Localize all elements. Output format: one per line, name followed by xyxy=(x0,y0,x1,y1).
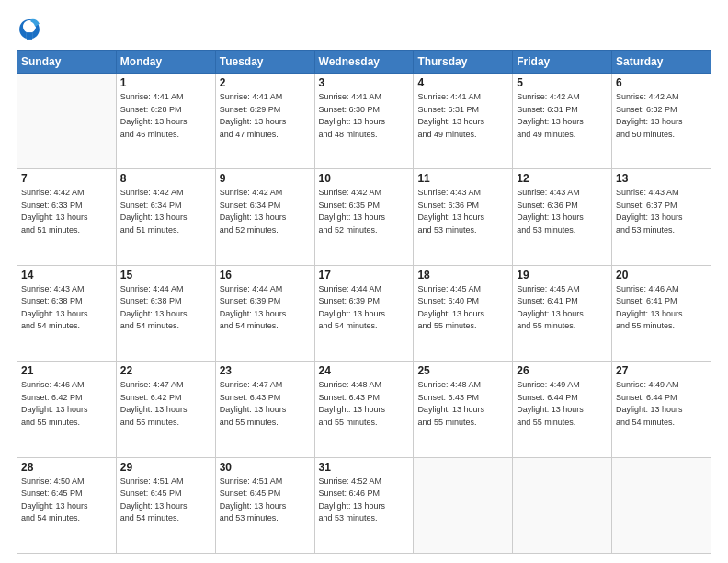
day-number: 20 xyxy=(616,269,707,282)
calendar-cell: 2Sunrise: 4:41 AMSunset: 6:29 PMDaylight… xyxy=(215,74,314,169)
day-number: 18 xyxy=(417,269,508,282)
sunrise-label: Sunrise: 4:41 AM xyxy=(319,92,382,101)
daylight-minutes: and 55 minutes. xyxy=(517,321,575,330)
daylight-label: Daylight: 13 hours xyxy=(616,117,683,126)
daylight-label: Daylight: 13 hours xyxy=(616,309,683,318)
logo xyxy=(17,17,46,42)
sunrise-label: Sunrise: 4:45 AM xyxy=(517,284,580,293)
daylight-minutes: and 51 minutes. xyxy=(120,225,179,235)
day-header-thursday: Thursday xyxy=(414,51,513,74)
calendar-week-3: 14Sunrise: 4:43 AMSunset: 6:38 PMDayligh… xyxy=(17,265,711,361)
day-number: 19 xyxy=(517,269,608,282)
sunrise-label: Sunrise: 4:42 AM xyxy=(517,92,580,101)
daylight-minutes: and 53 minutes. xyxy=(319,513,378,523)
sunset-label: Sunset: 6:30 PM xyxy=(319,105,381,114)
daylight-minutes: and 54 minutes. xyxy=(21,321,80,330)
daylight-label: Daylight: 13 hours xyxy=(21,405,88,414)
calendar-cell: 13Sunrise: 4:43 AMSunset: 6:37 PMDayligh… xyxy=(612,169,711,265)
calendar-cell: 29Sunrise: 4:51 AMSunset: 6:45 PMDayligh… xyxy=(116,457,215,553)
day-header-sunday: Sunday xyxy=(17,51,117,74)
daylight-minutes: and 55 minutes. xyxy=(517,418,575,427)
sunset-label: Sunset: 6:46 PM xyxy=(319,488,381,498)
sunset-label: Sunset: 6:34 PM xyxy=(220,201,281,210)
sunset-label: Sunset: 6:37 PM xyxy=(616,201,677,210)
calendar-cell: 15Sunrise: 4:44 AMSunset: 6:38 PMDayligh… xyxy=(116,265,215,361)
day-number: 9 xyxy=(220,172,311,185)
calendar-cell: 20Sunrise: 4:46 AMSunset: 6:41 PMDayligh… xyxy=(612,265,711,361)
calendar-cell: 3Sunrise: 4:41 AMSunset: 6:30 PMDaylight… xyxy=(314,74,414,169)
day-info: Sunrise: 4:43 AMSunset: 6:36 PMDaylight:… xyxy=(417,187,508,236)
sunset-label: Sunset: 6:44 PM xyxy=(616,393,677,402)
calendar-cell: 22Sunrise: 4:47 AMSunset: 6:42 PMDayligh… xyxy=(116,362,215,457)
sunrise-label: Sunrise: 4:44 AM xyxy=(220,284,283,293)
daylight-label: Daylight: 13 hours xyxy=(220,501,287,511)
calendar-cell: 19Sunrise: 4:45 AMSunset: 6:41 PMDayligh… xyxy=(513,265,612,361)
sunset-label: Sunset: 6:42 PM xyxy=(21,393,83,402)
day-info: Sunrise: 4:43 AMSunset: 6:37 PMDaylight:… xyxy=(616,187,707,236)
daylight-minutes: and 52 minutes. xyxy=(220,225,279,235)
day-info: Sunrise: 4:42 AMSunset: 6:35 PMDaylight:… xyxy=(319,187,410,236)
sunset-label: Sunset: 6:39 PM xyxy=(319,296,381,305)
sunrise-label: Sunrise: 4:51 AM xyxy=(220,477,283,486)
sunset-label: Sunset: 6:32 PM xyxy=(616,105,677,114)
sunset-label: Sunset: 6:45 PM xyxy=(21,488,83,498)
sunrise-label: Sunrise: 4:42 AM xyxy=(616,92,679,101)
sunset-label: Sunset: 6:31 PM xyxy=(517,105,578,114)
sunset-label: Sunset: 6:35 PM xyxy=(319,201,381,210)
sunset-label: Sunset: 6:45 PM xyxy=(220,488,281,498)
daylight-minutes: and 49 minutes. xyxy=(517,130,575,139)
daylight-minutes: and 55 minutes. xyxy=(21,418,80,427)
day-number: 1 xyxy=(120,76,211,89)
day-number: 13 xyxy=(616,172,707,185)
sunset-label: Sunset: 6:45 PM xyxy=(120,488,182,498)
day-number: 26 xyxy=(517,364,608,377)
calendar-cell: 4Sunrise: 4:41 AMSunset: 6:31 PMDaylight… xyxy=(414,74,513,169)
sunset-label: Sunset: 6:33 PM xyxy=(21,201,83,210)
day-number: 12 xyxy=(517,172,608,185)
daylight-label: Daylight: 13 hours xyxy=(616,405,683,414)
day-number: 28 xyxy=(21,461,112,474)
calendar-week-4: 21Sunrise: 4:46 AMSunset: 6:42 PMDayligh… xyxy=(17,362,711,457)
day-number: 7 xyxy=(21,172,112,185)
day-info: Sunrise: 4:48 AMSunset: 6:43 PMDaylight:… xyxy=(319,379,410,429)
calendar-cell: 16Sunrise: 4:44 AMSunset: 6:39 PMDayligh… xyxy=(215,265,314,361)
daylight-label: Daylight: 13 hours xyxy=(220,405,287,414)
sunrise-label: Sunrise: 4:43 AM xyxy=(517,188,580,197)
daylight-minutes: and 48 minutes. xyxy=(319,130,378,139)
day-number: 31 xyxy=(319,461,410,474)
daylight-minutes: and 53 minutes. xyxy=(517,225,575,235)
calendar-cell: 1Sunrise: 4:41 AMSunset: 6:28 PMDaylight… xyxy=(116,74,215,169)
daylight-label: Daylight: 13 hours xyxy=(319,117,386,126)
day-number: 11 xyxy=(417,172,508,185)
sunset-label: Sunset: 6:36 PM xyxy=(417,201,479,210)
daylight-minutes: and 55 minutes. xyxy=(616,321,675,330)
sunset-label: Sunset: 6:43 PM xyxy=(220,393,281,402)
day-info: Sunrise: 4:46 AMSunset: 6:41 PMDaylight:… xyxy=(616,283,707,333)
sunrise-label: Sunrise: 4:41 AM xyxy=(120,92,184,101)
calendar-cell xyxy=(17,74,117,169)
day-number: 27 xyxy=(616,364,707,377)
sunrise-label: Sunrise: 4:46 AM xyxy=(616,284,679,293)
sunrise-label: Sunrise: 4:49 AM xyxy=(616,380,679,389)
daylight-label: Daylight: 13 hours xyxy=(21,309,88,318)
day-number: 30 xyxy=(220,461,311,474)
day-info: Sunrise: 4:42 AMSunset: 6:33 PMDaylight:… xyxy=(21,187,112,236)
daylight-minutes: and 53 minutes. xyxy=(417,225,476,235)
day-number: 5 xyxy=(517,76,608,89)
sunrise-label: Sunrise: 4:43 AM xyxy=(616,188,679,197)
daylight-label: Daylight: 13 hours xyxy=(319,213,386,222)
daylight-minutes: and 54 minutes. xyxy=(319,321,378,330)
day-info: Sunrise: 4:43 AMSunset: 6:38 PMDaylight:… xyxy=(21,283,112,333)
sunrise-label: Sunrise: 4:48 AM xyxy=(417,380,481,389)
day-number: 6 xyxy=(616,76,707,89)
sunset-label: Sunset: 6:43 PM xyxy=(319,393,381,402)
calendar-cell xyxy=(513,457,612,553)
calendar-cell: 6Sunrise: 4:42 AMSunset: 6:32 PMDaylight… xyxy=(612,74,711,169)
calendar-cell: 24Sunrise: 4:48 AMSunset: 6:43 PMDayligh… xyxy=(314,362,414,457)
day-info: Sunrise: 4:41 AMSunset: 6:29 PMDaylight:… xyxy=(220,91,311,141)
daylight-label: Daylight: 13 hours xyxy=(21,501,88,511)
daylight-minutes: and 54 minutes. xyxy=(21,513,80,523)
day-info: Sunrise: 4:48 AMSunset: 6:43 PMDaylight:… xyxy=(417,379,508,429)
calendar-cell: 26Sunrise: 4:49 AMSunset: 6:44 PMDayligh… xyxy=(513,362,612,457)
daylight-label: Daylight: 13 hours xyxy=(517,117,584,126)
